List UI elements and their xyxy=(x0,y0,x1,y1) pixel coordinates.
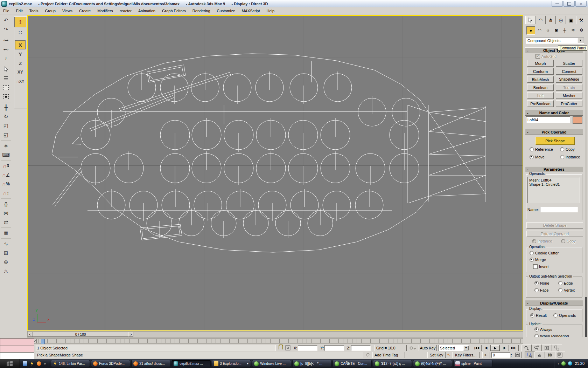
maximize-button[interactable] xyxy=(564,1,575,7)
selection-lock-icon[interactable] xyxy=(279,345,283,349)
rollout-parameters[interactable]: -Parameters xyxy=(525,166,583,172)
radio-when-rendering-row[interactable]: When Rendering xyxy=(534,334,569,337)
radio-vertex-row[interactable]: Vertex xyxy=(558,288,575,292)
radio-move-row[interactable]: Move xyxy=(530,155,545,159)
layer-manager-icon[interactable]: ≣ xyxy=(1,227,11,238)
button-shapemerge[interactable]: ShapeMerge xyxy=(556,76,582,83)
panel-scrollbar[interactable] xyxy=(585,47,587,337)
restrict-x-button[interactable]: X xyxy=(15,40,26,49)
prev-frame-button[interactable]: ◀| xyxy=(482,345,491,351)
minimize-button[interactable] xyxy=(552,1,563,7)
restrict-xy-button[interactable]: XY xyxy=(14,68,26,77)
redo-icon[interactable]: ↷ xyxy=(1,25,11,34)
winamp-quicklaunch-icon[interactable] xyxy=(30,361,34,366)
task-paint[interactable]: spline - Paint xyxy=(453,360,492,367)
select-scale-icon[interactable]: ◰ xyxy=(1,121,11,130)
select-by-name-icon[interactable]: ☰ xyxy=(1,74,11,83)
time-configuration-icon[interactable] xyxy=(514,352,522,358)
next-frame-button[interactable]: |▶ xyxy=(500,345,509,351)
arc-rotate-icon[interactable] xyxy=(545,352,555,358)
task-winamp[interactable]: 146. Linkin Par... xyxy=(51,360,90,367)
tab-create[interactable] xyxy=(525,16,536,24)
button-conform[interactable]: Conform xyxy=(527,68,554,75)
menu-rendering[interactable]: Rendering xyxy=(192,9,210,13)
schematic-view-icon[interactable]: ⊞ xyxy=(1,248,11,258)
radio-merge-row[interactable]: Merge xyxy=(530,258,546,262)
menu-help[interactable]: Help xyxy=(267,9,275,13)
spinner-dots-icon[interactable]: ∷ xyxy=(14,27,26,38)
menu-tools[interactable]: Tools xyxy=(29,9,38,13)
spinner-snap-icon[interactable]: ∩↕ xyxy=(1,189,11,198)
select-move-icon[interactable]: ╋ xyxy=(1,102,11,112)
snaps-axis-constraints-button[interactable]: ∩XY xyxy=(14,77,26,86)
task-firefox-foros[interactable]: Foros 3DPode... xyxy=(91,360,130,367)
category-systems-icon[interactable]: ⚙ xyxy=(578,26,586,34)
rollout-name-color[interactable]: -Name and Color xyxy=(525,110,583,116)
angle-snap-icon[interactable]: ∩∠ xyxy=(1,170,11,179)
radio-instance-row[interactable]: Instance xyxy=(560,155,580,159)
menu-customize[interactable]: Customize xyxy=(217,9,235,13)
autogrid-row[interactable]: ✓AutoGrid xyxy=(536,54,556,59)
button-mesher[interactable]: Mesher xyxy=(556,92,582,99)
goto-start-button[interactable]: |◀◀ xyxy=(472,345,482,351)
pan-icon[interactable] xyxy=(535,352,545,358)
tray-app-icon[interactable] xyxy=(568,361,572,366)
tab-hierarchy[interactable]: ⋔ xyxy=(546,16,556,24)
menu-maxscript[interactable]: MAXScript xyxy=(242,9,260,13)
close-button[interactable]: ✕ xyxy=(575,1,587,7)
category-geometry-icon[interactable]: ● xyxy=(526,26,535,35)
tray-messenger-icon[interactable] xyxy=(561,361,566,366)
time-slider-handle[interactable]: 0 / 100 xyxy=(33,332,128,337)
task-msn-1[interactable]: [c=9][b]< - * ... xyxy=(292,360,331,367)
key-mode-toggle[interactable]: ⇤ xyxy=(482,352,490,358)
pivot-center-icon[interactable]: ◱ xyxy=(1,130,11,139)
menu-animation[interactable]: Animation xyxy=(138,9,155,13)
set-key-button[interactable]: Set Key xyxy=(427,352,446,358)
category-spacewarps-icon[interactable]: ≋ xyxy=(569,26,577,34)
minmax-toggle-icon[interactable] xyxy=(555,352,565,358)
goto-end-button[interactable]: ▶▶| xyxy=(509,345,519,351)
select-rotate-icon[interactable]: ↻ xyxy=(1,112,11,121)
select-object-icon[interactable] xyxy=(1,64,11,74)
keyboard-override-icon[interactable]: ⌨ xyxy=(1,150,11,159)
button-connect[interactable]: Connect xyxy=(556,68,582,75)
task-windows-live[interactable]: Windows Live ... xyxy=(252,360,291,367)
tray-collapse-icon[interactable]: ‹ xyxy=(558,361,559,366)
menu-create[interactable]: Create xyxy=(79,9,91,13)
region-zoom-icon[interactable] xyxy=(525,352,535,358)
menu-group[interactable]: Group xyxy=(45,9,56,13)
menu-edit[interactable]: Edit xyxy=(16,9,23,13)
object-color-swatch[interactable] xyxy=(573,116,582,124)
rollout-display-update[interactable]: -Display/Update xyxy=(525,300,583,306)
object-name-field[interactable] xyxy=(526,116,570,123)
show-desktop-icon[interactable] xyxy=(23,361,27,366)
snaps-toggle-icon[interactable]: ∩3 xyxy=(1,160,11,170)
key-filters-button[interactable]: Key Filters... xyxy=(452,352,479,358)
operands-list[interactable]: Mesh: Loft04 Shape 1: Circle31 xyxy=(527,177,580,203)
category-shapes-icon[interactable]: ◠ xyxy=(536,26,544,34)
radio-face-row[interactable]: Face xyxy=(534,288,548,292)
render-scene-icon[interactable]: ♨ xyxy=(1,267,11,276)
auto-key-button[interactable]: Auto Key xyxy=(419,345,437,351)
menu-reactor[interactable]: reactor xyxy=(120,9,132,13)
category-cameras-icon[interactable]: ◙ xyxy=(552,26,560,34)
communicate-icon[interactable] xyxy=(365,353,370,357)
selection-set-dropdown[interactable]: Selected ▼ xyxy=(438,345,469,351)
task-msn-2[interactable]: '$12 ·7·[aJ] ş ... xyxy=(373,360,412,367)
autogrid-toggle-icon[interactable]: ↥ xyxy=(14,17,26,27)
restrict-y-button[interactable]: Y xyxy=(14,49,26,59)
frame-marker[interactable] xyxy=(41,339,45,344)
task-msn-adrian[interactable]: (6)4dr!4n(F)Y ... xyxy=(413,360,452,367)
maxscript-macro-recorder[interactable] xyxy=(0,338,34,346)
x-field[interactable] xyxy=(298,345,317,351)
tab-motion[interactable]: ◎ xyxy=(556,16,566,24)
tab-modify[interactable]: ◠ xyxy=(536,16,546,24)
tab-display[interactable]: ▣ xyxy=(566,16,576,24)
radio-result-row[interactable]: Result xyxy=(530,313,547,318)
radio-reference-row[interactable]: Reference xyxy=(530,147,553,151)
zoom-extents-all-icon[interactable] xyxy=(552,345,562,351)
task-msn-canete[interactable]: CAÑETE - Con... xyxy=(332,360,372,367)
play-button[interactable]: ▶ xyxy=(491,345,500,351)
menu-graph-editors[interactable]: Graph Editors xyxy=(162,9,186,13)
zoom-all-icon[interactable] xyxy=(532,345,542,351)
